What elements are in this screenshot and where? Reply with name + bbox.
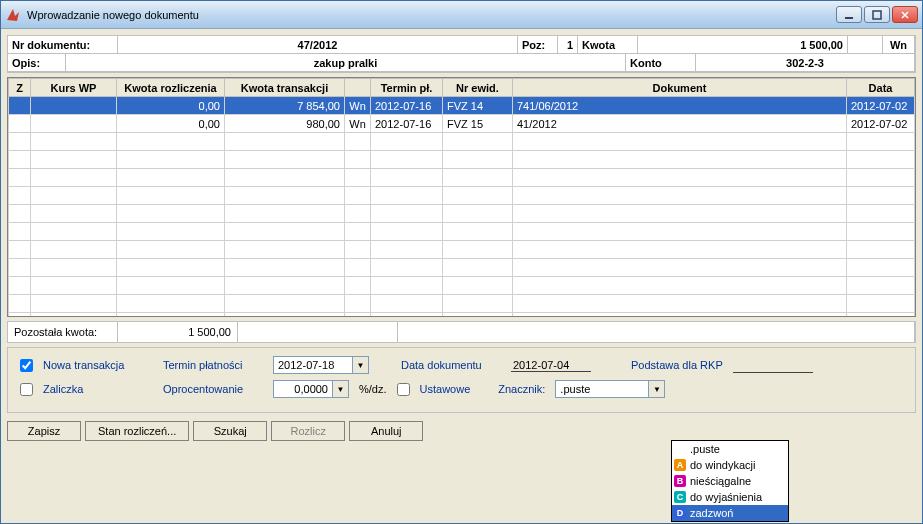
table-row[interactable]	[9, 277, 915, 295]
table-cell[interactable]	[31, 151, 117, 169]
table-cell[interactable]	[117, 277, 225, 295]
table-cell[interactable]	[345, 169, 371, 187]
table-cell[interactable]	[117, 241, 225, 259]
table-cell[interactable]	[443, 295, 513, 313]
table-cell[interactable]	[31, 223, 117, 241]
table-cell[interactable]	[9, 205, 31, 223]
table-cell[interactable]	[117, 187, 225, 205]
nowa-transakcja-checkbox[interactable]	[20, 359, 33, 372]
table-cell[interactable]	[513, 187, 847, 205]
table-cell[interactable]	[443, 313, 513, 318]
table-cell[interactable]	[225, 133, 345, 151]
table-cell[interactable]	[345, 205, 371, 223]
table-cell[interactable]	[847, 133, 915, 151]
table-cell[interactable]	[847, 259, 915, 277]
table-cell[interactable]	[371, 241, 443, 259]
szukaj-button[interactable]: Szukaj	[193, 421, 267, 441]
table-row[interactable]: 0,00980,00Wn2012-07-16FVZ 1541/20122012-…	[9, 115, 915, 133]
table-cell[interactable]	[371, 277, 443, 295]
zaliczka-checkbox[interactable]	[20, 383, 33, 396]
table-cell[interactable]	[345, 187, 371, 205]
table-cell[interactable]	[225, 187, 345, 205]
table-cell[interactable]	[31, 97, 117, 115]
table-cell[interactable]	[371, 313, 443, 318]
table-row[interactable]	[9, 295, 915, 313]
col-kwota-trans[interactable]: Kwota transakcji	[225, 79, 345, 97]
table-row[interactable]: 0,007 854,00Wn2012-07-16FVZ 14741/06/201…	[9, 97, 915, 115]
table-cell[interactable]	[443, 133, 513, 151]
table-cell[interactable]: 2012-07-16	[371, 115, 443, 133]
table-cell[interactable]: Wn	[345, 97, 371, 115]
table-cell[interactable]	[443, 205, 513, 223]
table-cell[interactable]	[225, 277, 345, 295]
table-cell[interactable]	[513, 151, 847, 169]
table-cell[interactable]	[9, 277, 31, 295]
table-cell[interactable]: 41/2012	[513, 115, 847, 133]
table-cell[interactable]: 741/06/2012	[513, 97, 847, 115]
table-cell[interactable]	[117, 223, 225, 241]
table-cell[interactable]	[371, 205, 443, 223]
table-cell[interactable]: 2012-07-16	[371, 97, 443, 115]
table-cell[interactable]: 2012-07-02	[847, 97, 915, 115]
podstawa-input[interactable]	[733, 357, 813, 373]
table-cell[interactable]	[443, 187, 513, 205]
table[interactable]: Z Kurs WP Kwota rozliczenia Kwota transa…	[7, 77, 916, 317]
dropdown-item[interactable]: Dzadzwoń	[672, 505, 788, 521]
table-cell[interactable]	[9, 133, 31, 151]
table-cell[interactable]	[9, 169, 31, 187]
anuluj-button[interactable]: Anuluj	[349, 421, 423, 441]
col-kurs-wp[interactable]: Kurs WP	[31, 79, 117, 97]
table-cell[interactable]: 980,00	[225, 115, 345, 133]
ustawowe-checkbox[interactable]	[397, 383, 410, 396]
table-cell[interactable]	[345, 259, 371, 277]
table-cell[interactable]	[513, 277, 847, 295]
col-termin-pl[interactable]: Termin pł.	[371, 79, 443, 97]
table-row[interactable]	[9, 169, 915, 187]
table-cell[interactable]	[443, 241, 513, 259]
table-cell[interactable]	[117, 313, 225, 318]
table-cell[interactable]	[847, 277, 915, 295]
table-row[interactable]	[9, 205, 915, 223]
zapisz-button[interactable]: Zapisz	[7, 421, 81, 441]
table-cell[interactable]	[847, 223, 915, 241]
table-cell[interactable]	[513, 205, 847, 223]
table-cell[interactable]: 0,00	[117, 115, 225, 133]
table-cell[interactable]	[9, 295, 31, 313]
table-cell[interactable]	[225, 295, 345, 313]
table-cell[interactable]	[225, 241, 345, 259]
table-cell[interactable]	[345, 133, 371, 151]
table-cell[interactable]	[225, 151, 345, 169]
table-cell[interactable]	[371, 133, 443, 151]
table-cell[interactable]	[443, 223, 513, 241]
table-cell[interactable]	[31, 277, 117, 295]
dropdown-item[interactable]: Cdo wyjaśnienia	[672, 489, 788, 505]
table-cell[interactable]	[513, 223, 847, 241]
table-cell[interactable]	[31, 241, 117, 259]
table-cell[interactable]	[9, 259, 31, 277]
table-cell[interactable]	[443, 259, 513, 277]
table-cell[interactable]: FVZ 15	[443, 115, 513, 133]
stan-rozliczen-button[interactable]: Stan rozliczeń...	[85, 421, 189, 441]
table-cell[interactable]	[345, 313, 371, 318]
table-cell[interactable]	[513, 133, 847, 151]
znacznik-combo[interactable]: .puste ▼	[555, 380, 665, 398]
table-cell[interactable]	[117, 151, 225, 169]
dropdown-item[interactable]: .puste	[672, 441, 788, 457]
table-cell[interactable]	[31, 313, 117, 318]
znacznik-dropdown-list[interactable]: .pusteAdo windykacjiBnieściągalneCdo wyj…	[671, 440, 789, 522]
table-cell[interactable]	[9, 115, 31, 133]
table-cell[interactable]: Wn	[345, 115, 371, 133]
table-cell[interactable]	[847, 241, 915, 259]
termin-combo[interactable]: 2012-07-18 ▼	[273, 356, 369, 374]
table-cell[interactable]	[371, 151, 443, 169]
table-cell[interactable]	[513, 169, 847, 187]
table-row[interactable]	[9, 187, 915, 205]
table-cell[interactable]	[225, 205, 345, 223]
table-row[interactable]	[9, 313, 915, 318]
table-cell[interactable]	[345, 223, 371, 241]
table-cell[interactable]	[847, 205, 915, 223]
oproc-combo[interactable]: 0,0000 ▼	[273, 380, 349, 398]
col-kwota-rozl[interactable]: Kwota rozliczenia	[117, 79, 225, 97]
table-cell[interactable]	[345, 151, 371, 169]
maximize-button[interactable]	[864, 6, 890, 23]
